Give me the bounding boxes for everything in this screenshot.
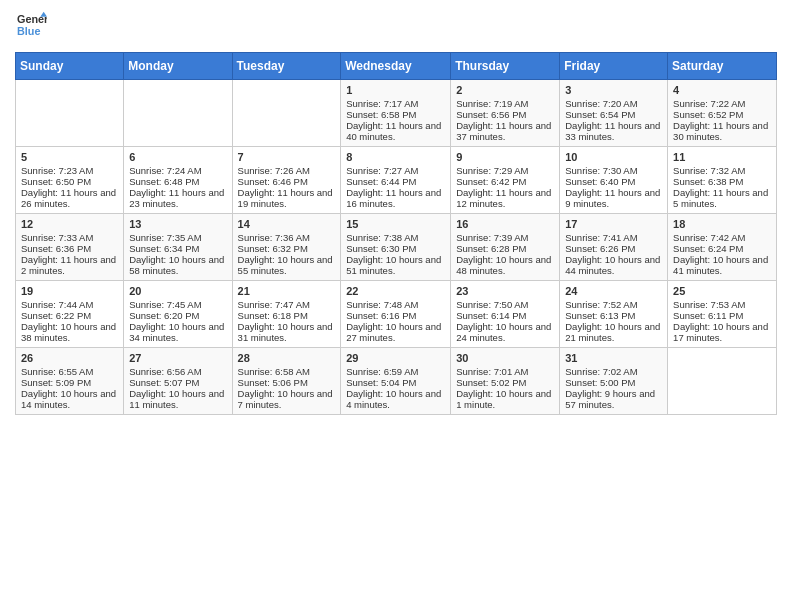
cell-text: Sunset: 6:20 PM <box>129 310 199 321</box>
cell-text: Sunset: 6:56 PM <box>456 109 526 120</box>
cell-text: Sunrise: 7:30 AM <box>565 165 637 176</box>
calendar-cell: 25Sunrise: 7:53 AMSunset: 6:11 PMDayligh… <box>668 281 777 348</box>
cell-text: Daylight: 10 hours and 11 minutes. <box>129 388 224 410</box>
cell-text: Daylight: 11 hours and 23 minutes. <box>129 187 224 209</box>
page: General Blue SundayMondayTuesdayWednesda… <box>0 0 792 425</box>
cell-text: Sunrise: 7:53 AM <box>673 299 745 310</box>
calendar-cell: 26Sunrise: 6:55 AMSunset: 5:09 PMDayligh… <box>16 348 124 415</box>
cell-text: Daylight: 11 hours and 9 minutes. <box>565 187 660 209</box>
weekday-header-thursday: Thursday <box>451 53 560 80</box>
cell-text: Daylight: 10 hours and 7 minutes. <box>238 388 333 410</box>
cell-text: Daylight: 11 hours and 26 minutes. <box>21 187 116 209</box>
day-number: 12 <box>21 218 118 230</box>
cell-text: Sunset: 6:24 PM <box>673 243 743 254</box>
cell-text: Sunset: 6:36 PM <box>21 243 91 254</box>
cell-text: Daylight: 11 hours and 2 minutes. <box>21 254 116 276</box>
cell-text: Sunset: 6:22 PM <box>21 310 91 321</box>
cell-text: Sunrise: 7:26 AM <box>238 165 310 176</box>
cell-text: Daylight: 11 hours and 33 minutes. <box>565 120 660 142</box>
svg-text:Blue: Blue <box>17 25 40 37</box>
cell-text: Daylight: 10 hours and 55 minutes. <box>238 254 333 276</box>
day-number: 6 <box>129 151 226 163</box>
cell-text: Daylight: 10 hours and 58 minutes. <box>129 254 224 276</box>
day-number: 5 <box>21 151 118 163</box>
calendar-cell: 1Sunrise: 7:17 AMSunset: 6:58 PMDaylight… <box>341 80 451 147</box>
cell-text: Sunrise: 7:02 AM <box>565 366 637 377</box>
day-number: 10 <box>565 151 662 163</box>
calendar-cell: 10Sunrise: 7:30 AMSunset: 6:40 PMDayligh… <box>560 147 668 214</box>
calendar-cell: 9Sunrise: 7:29 AMSunset: 6:42 PMDaylight… <box>451 147 560 214</box>
day-number: 31 <box>565 352 662 364</box>
cell-text: Sunrise: 7:33 AM <box>21 232 93 243</box>
cell-text: Sunrise: 7:29 AM <box>456 165 528 176</box>
day-number: 14 <box>238 218 336 230</box>
cell-text: Sunrise: 7:44 AM <box>21 299 93 310</box>
logo-icon: General Blue <box>17 10 47 40</box>
cell-text: Daylight: 10 hours and 4 minutes. <box>346 388 441 410</box>
cell-text: Daylight: 11 hours and 16 minutes. <box>346 187 441 209</box>
day-number: 25 <box>673 285 771 297</box>
cell-text: Sunset: 6:52 PM <box>673 109 743 120</box>
cell-text: Daylight: 11 hours and 19 minutes. <box>238 187 333 209</box>
cell-text: Sunset: 5:06 PM <box>238 377 308 388</box>
cell-text: Sunset: 6:42 PM <box>456 176 526 187</box>
calendar-cell: 16Sunrise: 7:39 AMSunset: 6:28 PMDayligh… <box>451 214 560 281</box>
calendar-cell: 5Sunrise: 7:23 AMSunset: 6:50 PMDaylight… <box>16 147 124 214</box>
cell-text: Daylight: 10 hours and 27 minutes. <box>346 321 441 343</box>
day-number: 21 <box>238 285 336 297</box>
calendar-cell: 17Sunrise: 7:41 AMSunset: 6:26 PMDayligh… <box>560 214 668 281</box>
day-number: 28 <box>238 352 336 364</box>
day-number: 29 <box>346 352 445 364</box>
cell-text: Sunset: 5:09 PM <box>21 377 91 388</box>
day-number: 18 <box>673 218 771 230</box>
cell-text: Sunset: 6:58 PM <box>346 109 416 120</box>
weekday-header-sunday: Sunday <box>16 53 124 80</box>
calendar-cell: 15Sunrise: 7:38 AMSunset: 6:30 PMDayligh… <box>341 214 451 281</box>
cell-text: Sunset: 5:00 PM <box>565 377 635 388</box>
cell-text: Sunrise: 7:41 AM <box>565 232 637 243</box>
calendar-cell: 4Sunrise: 7:22 AMSunset: 6:52 PMDaylight… <box>668 80 777 147</box>
day-number: 30 <box>456 352 554 364</box>
cell-text: Sunset: 6:34 PM <box>129 243 199 254</box>
cell-text: Daylight: 11 hours and 30 minutes. <box>673 120 768 142</box>
day-number: 17 <box>565 218 662 230</box>
cell-text: Sunrise: 7:39 AM <box>456 232 528 243</box>
day-number: 3 <box>565 84 662 96</box>
cell-text: Sunset: 6:18 PM <box>238 310 308 321</box>
calendar-table: SundayMondayTuesdayWednesdayThursdayFrid… <box>15 52 777 415</box>
calendar-cell <box>16 80 124 147</box>
calendar-cell: 7Sunrise: 7:26 AMSunset: 6:46 PMDaylight… <box>232 147 341 214</box>
cell-text: Sunset: 6:26 PM <box>565 243 635 254</box>
calendar-cell: 11Sunrise: 7:32 AMSunset: 6:38 PMDayligh… <box>668 147 777 214</box>
cell-text: Daylight: 11 hours and 40 minutes. <box>346 120 441 142</box>
cell-text: Sunrise: 7:20 AM <box>565 98 637 109</box>
cell-text: Sunrise: 6:56 AM <box>129 366 201 377</box>
cell-text: Sunrise: 6:55 AM <box>21 366 93 377</box>
cell-text: Sunset: 6:46 PM <box>238 176 308 187</box>
cell-text: Sunrise: 7:48 AM <box>346 299 418 310</box>
cell-text: Daylight: 10 hours and 14 minutes. <box>21 388 116 410</box>
day-number: 16 <box>456 218 554 230</box>
day-number: 8 <box>346 151 445 163</box>
cell-text: Daylight: 10 hours and 1 minute. <box>456 388 551 410</box>
cell-text: Sunrise: 7:38 AM <box>346 232 418 243</box>
header: General Blue <box>15 10 777 44</box>
cell-text: Daylight: 10 hours and 48 minutes. <box>456 254 551 276</box>
cell-text: Sunset: 6:16 PM <box>346 310 416 321</box>
cell-text: Sunset: 6:54 PM <box>565 109 635 120</box>
calendar-row-2: 5Sunrise: 7:23 AMSunset: 6:50 PMDaylight… <box>16 147 777 214</box>
cell-text: Sunset: 6:32 PM <box>238 243 308 254</box>
day-number: 1 <box>346 84 445 96</box>
cell-text: Sunrise: 7:52 AM <box>565 299 637 310</box>
cell-text: Daylight: 11 hours and 37 minutes. <box>456 120 551 142</box>
calendar-cell <box>232 80 341 147</box>
cell-text: Daylight: 10 hours and 51 minutes. <box>346 254 441 276</box>
cell-text: Sunrise: 7:24 AM <box>129 165 201 176</box>
cell-text: Sunrise: 7:27 AM <box>346 165 418 176</box>
cell-text: Sunrise: 7:47 AM <box>238 299 310 310</box>
cell-text: Daylight: 9 hours and 57 minutes. <box>565 388 655 410</box>
weekday-header-saturday: Saturday <box>668 53 777 80</box>
calendar-cell: 18Sunrise: 7:42 AMSunset: 6:24 PMDayligh… <box>668 214 777 281</box>
calendar-cell: 2Sunrise: 7:19 AMSunset: 6:56 PMDaylight… <box>451 80 560 147</box>
cell-text: Sunset: 6:28 PM <box>456 243 526 254</box>
